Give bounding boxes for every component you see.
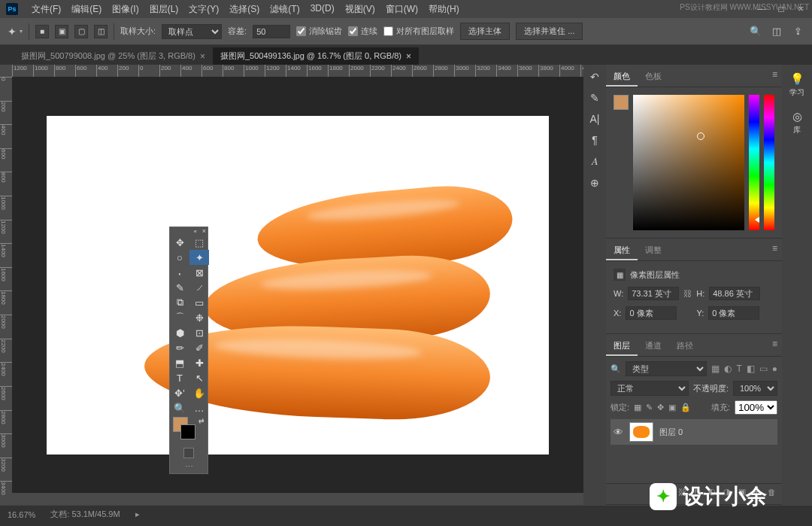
filter-toggle-icon[interactable]: ● [772, 363, 777, 374]
antialias-checkbox[interactable]: 消除锯齿 [296, 26, 342, 37]
glyph-icon[interactable]: 𝐴 [592, 155, 598, 168]
lock-all-icon[interactable]: 🔒 [680, 403, 691, 412]
lock-transparency-icon[interactable]: ▦ [634, 403, 641, 412]
toolbox-drag-handle[interactable]: « × [170, 227, 208, 235]
delete-layer-icon[interactable]: 🗑 [768, 488, 776, 497]
height-input[interactable] [709, 287, 760, 300]
close-icon[interactable]: × [200, 51, 205, 62]
tool-19[interactable]: ↖ [189, 370, 209, 385]
ruler-horizontal[interactable]: 1200100080060040020002004006008001000120… [12, 65, 583, 77]
filter-icon[interactable]: 🔍 [611, 364, 621, 374]
filter-adjust-icon[interactable]: ◐ [724, 363, 732, 374]
menu-filter[interactable]: 滤镜(T) [265, 2, 304, 17]
tool-21[interactable]: ✋ [189, 385, 209, 400]
tool-4[interactable]: ⬪ [170, 265, 189, 280]
tool-3[interactable]: ✦ [189, 250, 209, 265]
blend-mode-select[interactable]: 正常 [611, 381, 689, 396]
tab-paths[interactable]: 路径 [669, 337, 701, 356]
paragraph-icon[interactable]: ¶ [592, 134, 598, 146]
filter-text-icon[interactable]: T [736, 363, 741, 374]
zoom-level[interactable]: 16.67% [8, 510, 35, 519]
tab-doc-2[interactable]: 摄图网_500499136.jpg @ 16.7% (图层 0, RGB/8)× [213, 47, 419, 65]
opacity-input[interactable]: 100% [733, 381, 777, 396]
x-input[interactable] [626, 306, 677, 320]
selection-new-icon[interactable]: ■ [35, 25, 49, 38]
tool-13[interactable]: ⊡ [189, 325, 209, 340]
color-picker-field[interactable] [633, 95, 744, 230]
panel-menu-icon[interactable]: ≡ [772, 69, 777, 80]
menu-view[interactable]: 视图(V) [341, 2, 380, 17]
tool-2[interactable]: ○ [170, 250, 189, 265]
ruler-vertical[interactable]: 0200400600800100012001400160018002000220… [0, 77, 12, 505]
tool-8[interactable]: ⧉ [170, 295, 189, 310]
close-icon[interactable]: × [202, 227, 206, 235]
selection-subtract-icon[interactable]: ▢ [74, 25, 88, 38]
menu-window[interactable]: 窗口(W) [381, 2, 423, 17]
tool-9[interactable]: ▭ [189, 295, 209, 310]
all-layers-checkbox[interactable]: 对所有图层取样 [383, 26, 454, 37]
menu-file[interactable]: 文件(F) [27, 2, 65, 17]
background-color[interactable] [180, 424, 195, 439]
menu-image[interactable]: 图像(I) [108, 2, 143, 17]
tab-color[interactable]: 颜色 [606, 68, 638, 87]
link-icon[interactable]: ⛓ [683, 289, 692, 298]
scrollbar-horizontal[interactable] [12, 493, 583, 505]
collapse-icon[interactable]: « [194, 228, 197, 235]
selection-intersect-icon[interactable]: ◫ [94, 25, 108, 38]
tool-0[interactable]: ✥ [170, 235, 189, 250]
lock-artboard-icon[interactable]: ▣ [668, 403, 676, 412]
filter-smart-icon[interactable]: ▭ [759, 363, 768, 374]
hue-slider[interactable] [749, 95, 759, 230]
active-tool-indicator[interactable]: ✦ ▾ [8, 26, 23, 38]
lock-position-icon[interactable]: ✥ [657, 403, 664, 412]
sample-size-select[interactable]: 取样点 [162, 24, 222, 39]
tool-12[interactable]: ⬢ [170, 325, 189, 340]
search-icon[interactable]: 🔍 [749, 25, 762, 38]
document-canvas[interactable] [47, 116, 549, 455]
menu-help[interactable]: 帮助(H) [424, 2, 464, 17]
quickmask-toggle[interactable] [170, 445, 208, 461]
tool-14[interactable]: ✏ [170, 340, 189, 355]
tool-20[interactable]: ✥' [170, 385, 189, 400]
floating-toolbox[interactable]: « × ✥⬚○✦⬪⊠✎⟋⧉▭⌒❉⬢⊡✏✐⬒✚T↖✥'✋🔍… ⇄ ⋯ [169, 227, 208, 474]
status-arrow-icon[interactable]: ▸ [135, 509, 140, 519]
tool-23[interactable]: … [189, 400, 209, 415]
select-and-mask-button[interactable]: 选择并遮住 ... [516, 23, 583, 40]
tool-17[interactable]: ✚ [189, 355, 209, 370]
history-icon[interactable]: ↶ [590, 71, 599, 83]
y-input[interactable] [708, 306, 759, 320]
filter-shape-icon[interactable]: ◧ [747, 363, 755, 374]
character-icon[interactable]: A| [590, 113, 600, 125]
more-tools-icon[interactable]: ⋯ [170, 461, 208, 473]
tool-10[interactable]: ⌒ [170, 310, 189, 325]
tool-1[interactable]: ⬚ [189, 235, 209, 250]
menu-edit[interactable]: 编辑(E) [67, 2, 106, 17]
tool-5[interactable]: ⊠ [189, 265, 209, 280]
brush-icon[interactable]: ✎ [590, 92, 599, 104]
workspace-icon[interactable]: ◫ [770, 25, 783, 38]
tab-layers[interactable]: 图层 [606, 337, 638, 356]
close-icon[interactable]: × [406, 51, 411, 62]
tab-swatches[interactable]: 色板 [638, 68, 669, 87]
layer-kind-select[interactable]: 类型 [626, 361, 707, 376]
panel-menu-icon[interactable]: ≡ [772, 243, 777, 254]
tool-6[interactable]: ✎ [170, 280, 189, 295]
panel-menu-icon[interactable]: ≡ [772, 339, 777, 349]
width-input[interactable] [628, 287, 679, 300]
swap-colors-icon[interactable]: ⇄ [198, 417, 205, 424]
menu-3d[interactable]: 3D(D) [306, 2, 339, 17]
tool-11[interactable]: ❉ [189, 310, 209, 325]
document-size[interactable]: 文档: 53.1M/45.9M [50, 509, 120, 520]
layer-thumbnail[interactable] [629, 422, 653, 442]
libraries-button[interactable]: ◎库 [792, 110, 802, 135]
color-swatches[interactable]: ⇄ [170, 415, 208, 445]
tab-adjustments[interactable]: 调整 [638, 242, 669, 260]
tolerance-input[interactable] [253, 25, 290, 38]
tab-doc-1[interactable]: 摄图网_500799008.jpg @ 25% (图层 3, RGB/8)× [14, 47, 213, 65]
tool-22[interactable]: 🔍 [170, 400, 189, 415]
foreground-swatch[interactable] [614, 95, 629, 110]
layer-name[interactable]: 图层 0 [659, 427, 683, 438]
filter-pixel-icon[interactable]: ▦ [711, 363, 720, 374]
menu-layer[interactable]: 图层(L) [145, 2, 183, 17]
learn-button[interactable]: 💡学习 [789, 72, 804, 98]
